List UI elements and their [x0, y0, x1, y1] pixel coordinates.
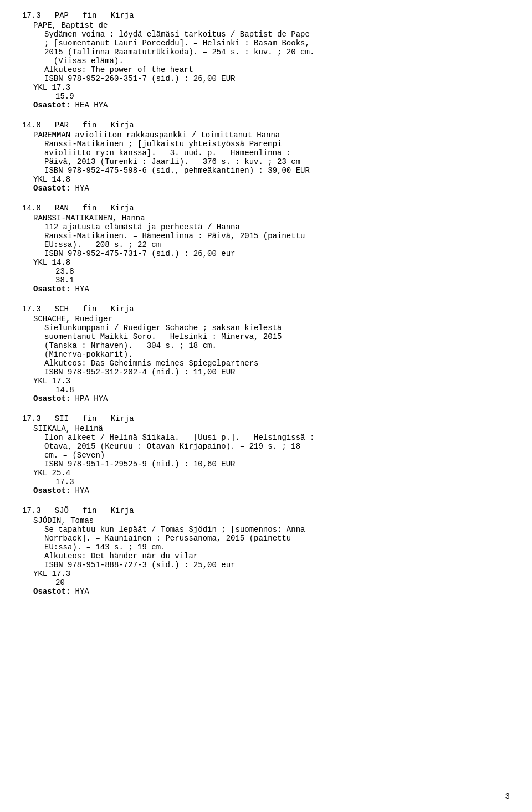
entry-siikala: 17.3 SII fin Kirja SIIKALA, Helinä Ilon … — [22, 414, 510, 495]
entry-pape-ykl2: 15.9 — [33, 92, 510, 101]
entry-ranssi-line4: EU:ssa). – 208 s. ; 22 cm — [33, 240, 510, 249]
entry-pape-line7: ISBN 978-952-260-351-7 (sid.) : 26,00 EU… — [33, 74, 510, 83]
entry-ranssi-header: 14.8 RAN fin Kirja — [22, 204, 510, 213]
entry-pape-ykl: YKL 17.3 — [33, 83, 510, 92]
entry-pape-line4: 2015 (Tallinna Raamatutrükikoda). – 254 … — [33, 48, 510, 56]
entry-sjodin-title: 17.3 SJÖ fin Kirja — [22, 506, 134, 515]
entry-sjodin-ykl: YKL 17.3 — [33, 569, 510, 578]
entry-schache-line7: ISBN 978-952-312-202-4 (nid.) : 11,00 EU… — [33, 368, 510, 377]
entry-ranssi-ykl2: 23.8 — [33, 267, 510, 276]
entry-paremman-line3: avioliitto ry:n kanssa]. – 3. uud. p. – … — [33, 148, 510, 157]
entry-sjodin-line2: Se tapahtuu kun lepäät / Tomas Sjödin ; … — [33, 525, 510, 534]
entry-schache-line5: (Minerva-pokkarit). — [33, 350, 510, 359]
entry-schache-body: SCHACHE, Ruediger Sielunkumppani / Ruedi… — [22, 315, 510, 403]
entry-ranssi-body: RANSSI-MATIKAINEN, Hanna 112 ajatusta el… — [22, 214, 510, 294]
entry-paremman-line4: Päivä, 2013 (Turenki : Jaarli). – 376 s.… — [33, 157, 510, 166]
entry-paremman-body: PAREMMAN avioliiton rakkauspankki / toim… — [22, 131, 510, 193]
entry-schache-header: 17.3 SCH fin Kirja — [22, 305, 510, 314]
entry-sjodin-line1: SJÖDIN, Tomas — [33, 516, 510, 525]
entry-ranssi: 14.8 RAN fin Kirja RANSSI-MATIKAINEN, Ha… — [22, 204, 510, 294]
entry-schache-line2: Sielunkumppani / Ruediger Schache ; saks… — [33, 323, 510, 332]
entry-sjodin-line6: ISBN 978-951-888-727-3 (sid.) : 25,00 eu… — [33, 561, 510, 569]
entry-paremman-line2: Ranssi-Matikainen ; [julkaistu yhteistyö… — [33, 140, 510, 148]
entry-sjodin-line4: EU:ssa). – 143 s. ; 19 cm. — [33, 543, 510, 552]
entry-paremman-osastot: Osastot: HYA — [33, 184, 510, 193]
entry-ranssi-line5: ISBN 978-952-475-731-7 (sid.) : 26,00 eu… — [33, 249, 510, 258]
entry-ranssi-title: 14.8 RAN fin Kirja — [22, 204, 134, 213]
entry-schache-osastot: Osastot: HPA HYA — [33, 394, 510, 403]
entry-ranssi-ykl: YKL 14.8 — [33, 258, 510, 267]
entry-schache-title: 17.3 SCH fin Kirja — [22, 305, 134, 314]
entry-siikala-line1: SIIKALA, Helinä — [33, 424, 510, 433]
entry-pape-line5: – (Viisas elämä). — [33, 56, 510, 65]
entry-siikala-body: SIIKALA, Helinä Ilon alkeet / Helinä Sii… — [22, 424, 510, 495]
entry-paremman-line1: PAREMMAN avioliiton rakkauspankki / toim… — [33, 131, 510, 140]
entry-ranssi-ykl3: 38.1 — [33, 276, 510, 285]
entry-pape-body: PAPE, Baptist de Sydämen voima : löydä e… — [22, 21, 510, 110]
entry-ranssi-line2: 112 ajatusta elämästä ja perheestä / Han… — [33, 223, 510, 232]
entry-sjodin: 17.3 SJÖ fin Kirja SJÖDIN, Tomas Se tapa… — [22, 506, 510, 596]
entry-pape-line2: Sydämen voima : löydä elämäsi tarkoitus … — [33, 30, 510, 39]
page-content: 17.3 PAP fin Kirja PAPE, Baptist de Sydä… — [22, 11, 510, 596]
entry-siikala-ykl: YKL 25.4 — [33, 469, 510, 477]
entry-schache: 17.3 SCH fin Kirja SCHACHE, Ruediger Sie… — [22, 305, 510, 403]
entry-schache-line1: SCHACHE, Ruediger — [33, 315, 510, 323]
entry-ranssi-osastot: Osastot: HYA — [33, 285, 510, 294]
entry-paremman-ykl: YKL 14.8 — [33, 175, 510, 184]
entry-schache-ykl: YKL 17.3 — [33, 377, 510, 386]
entry-siikala-line3: Otava, 2015 (Keuruu : Otavan Kirjapaino)… — [33, 442, 510, 451]
entry-siikala-title: 17.3 SII fin Kirja — [22, 414, 134, 423]
entry-schache-ykl2: 14.8 — [33, 386, 510, 394]
entry-schache-line3: suomentanut Maikki Soro. – Helsinki : Mi… — [33, 332, 510, 341]
entry-sjodin-osastot: Osastot: HYA — [33, 587, 510, 596]
entry-ranssi-line3: Ranssi-Matikainen. – Hämeenlinna : Päivä… — [33, 232, 510, 240]
entry-siikala-ykl2: 17.3 — [33, 477, 510, 486]
entry-pape-osastot: Osastot: HEA HYA — [33, 101, 510, 110]
entry-siikala-header: 17.3 SII fin Kirja — [22, 414, 510, 423]
entry-siikala-line4: cm. – (Seven) — [33, 451, 510, 460]
entry-pape-line1: PAPE, Baptist de — [33, 21, 510, 30]
entry-pape-header: 17.3 PAP fin Kirja — [22, 11, 510, 20]
entry-ranssi-line1: RANSSI-MATIKAINEN, Hanna — [33, 214, 510, 223]
entry-pape: 17.3 PAP fin Kirja PAPE, Baptist de Sydä… — [22, 11, 510, 110]
entry-schache-line6: Alkuteos: Das Geheimnis meines Spiegelpa… — [33, 359, 510, 368]
page-number: 3 — [505, 792, 510, 801]
entry-sjodin-body: SJÖDIN, Tomas Se tapahtuu kun lepäät / T… — [22, 516, 510, 596]
entry-siikala-line5: ISBN 978-951-1-29525-9 (nid.) : 10,60 EU… — [33, 460, 510, 469]
entry-siikala-osastot: Osastot: HYA — [33, 486, 510, 495]
entry-pape-title: 17.3 PAP fin Kirja — [22, 11, 134, 20]
entry-paremman-title: 14.8 PAR fin Kirja — [22, 121, 134, 130]
entry-sjodin-header: 17.3 SJÖ fin Kirja — [22, 506, 510, 515]
entry-sjodin-line3: Norrback]. – Kauniainen : Perussanoma, 2… — [33, 534, 510, 543]
entry-paremman-header: 14.8 PAR fin Kirja — [22, 121, 510, 130]
entry-paremman: 14.8 PAR fin Kirja PAREMMAN avioliiton r… — [22, 121, 510, 193]
entry-sjodin-ykl2: 20 — [33, 578, 510, 587]
entry-pape-line3: ; [suomentanut Lauri Porceddu]. – Helsin… — [33, 39, 510, 48]
entry-schache-line4: (Tanska : Nrhaven). – 304 s. ; 18 cm. – — [33, 341, 510, 350]
entry-pape-line6: Alkuteos: The power of the heart — [33, 65, 510, 74]
entry-siikala-line2: Ilon alkeet / Helinä Siikala. – [Uusi p.… — [33, 433, 510, 442]
entry-sjodin-line5: Alkuteos: Det händer när du vilar — [33, 552, 510, 561]
entry-paremman-line5: ISBN 978-952-475-598-6 (sid., pehmeäkant… — [33, 166, 510, 175]
